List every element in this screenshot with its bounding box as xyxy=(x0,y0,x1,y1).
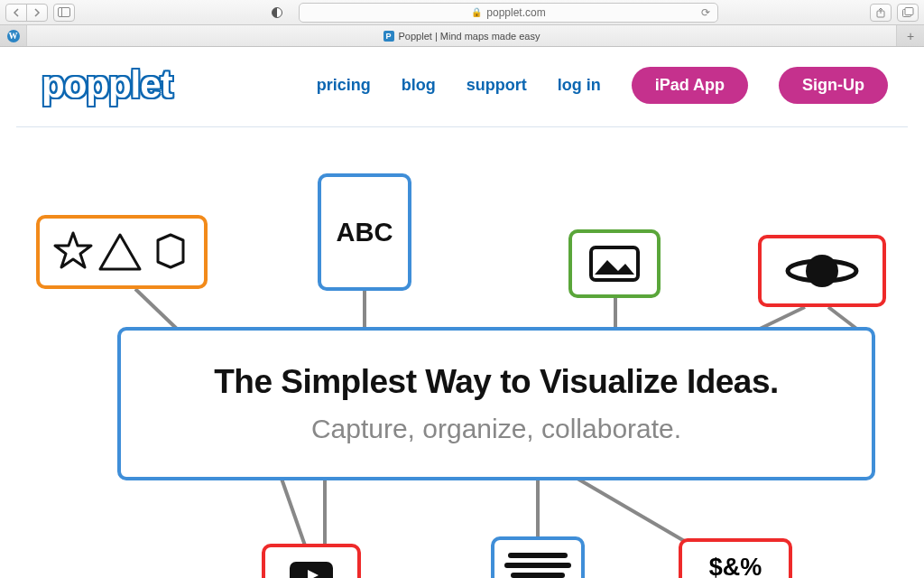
hero-headline: The Simplest Way to Visualize Ideas. xyxy=(214,363,779,401)
hero-diagram: ABC The Simplest Way to Visualize Ideas.… xyxy=(0,164,924,578)
forward-button[interactable] xyxy=(26,4,48,22)
text-line-icon xyxy=(504,563,571,568)
lock-icon: 🔒 xyxy=(471,7,482,17)
back-button[interactable] xyxy=(5,4,27,22)
tabs-button[interactable] xyxy=(897,4,919,22)
video-icon xyxy=(286,558,337,578)
svg-point-16 xyxy=(806,255,838,287)
reader-button[interactable] xyxy=(266,4,288,22)
browser-toolbar: 🔒 popplet.com ⟳ xyxy=(0,0,924,25)
symbols-label: $&% xyxy=(709,554,762,579)
logo-text: popplet xyxy=(42,63,172,106)
address-text: popplet.com xyxy=(486,6,545,19)
tab-popplet[interactable]: P Popplet | Mind maps made easy xyxy=(27,25,897,46)
image-icon xyxy=(587,244,642,284)
abc-label: ABC xyxy=(337,218,393,247)
tab-title: Popplet | Mind maps made easy xyxy=(399,31,541,42)
svg-line-5 xyxy=(135,289,179,331)
site-header: popplet pricing blog support log in iPad… xyxy=(0,47,924,126)
node-text-lines xyxy=(491,536,585,578)
page-content: popplet pricing blog support log in iPad… xyxy=(0,47,924,578)
svg-line-13 xyxy=(578,479,686,542)
address-bar[interactable]: 🔒 popplet.com ⟳ xyxy=(299,3,718,23)
nav-pricing[interactable]: pricing xyxy=(317,76,371,95)
shapes-icon xyxy=(50,228,194,276)
header-divider xyxy=(16,126,908,127)
main-nav: pricing blog support log in iPad App Sig… xyxy=(317,67,888,104)
node-planet xyxy=(758,235,886,307)
sidebar-button[interactable] xyxy=(53,4,75,22)
planet-icon xyxy=(781,248,863,294)
svg-line-10 xyxy=(282,479,305,545)
share-button[interactable] xyxy=(870,4,892,22)
node-abc: ABC xyxy=(318,173,411,291)
svg-rect-4 xyxy=(905,8,913,15)
text-line-icon xyxy=(508,553,568,558)
refresh-icon[interactable]: ⟳ xyxy=(701,6,710,19)
node-symbols: $&% xyxy=(679,538,792,578)
signup-button[interactable]: Sign-Up xyxy=(779,67,888,104)
node-shapes xyxy=(36,215,208,289)
svg-rect-14 xyxy=(591,247,638,280)
text-line-icon xyxy=(511,573,565,578)
new-tab-button[interactable]: + xyxy=(897,25,924,46)
node-image xyxy=(568,229,661,298)
nav-login[interactable]: log in xyxy=(558,76,601,95)
svg-rect-0 xyxy=(59,8,70,17)
hero-subline: Capture, organize, collaborate. xyxy=(311,414,681,444)
nav-blog[interactable]: blog xyxy=(402,76,436,95)
favicon: P xyxy=(383,31,394,42)
node-video xyxy=(262,544,361,578)
nav-support[interactable]: support xyxy=(467,76,527,95)
pinned-tab-wordpress[interactable]: W xyxy=(0,25,27,46)
wordpress-icon: W xyxy=(7,30,20,42)
nav-back-forward xyxy=(5,4,48,22)
browser-tabbar: W P Popplet | Mind maps made easy + xyxy=(0,25,924,47)
logo[interactable]: popplet xyxy=(42,63,172,107)
node-center: The Simplest Way to Visualize Ideas. Cap… xyxy=(117,327,875,480)
ipad-app-button[interactable]: iPad App xyxy=(632,67,748,104)
contrast-icon xyxy=(272,7,282,18)
